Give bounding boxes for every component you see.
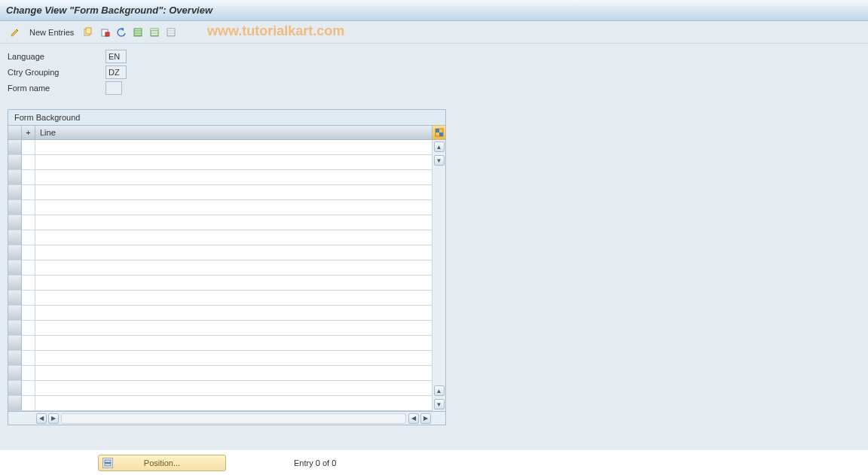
- row-selector[interactable]: [8, 245, 22, 260]
- table-row[interactable]: [8, 170, 432, 185]
- delete-icon[interactable]: [97, 25, 112, 40]
- cell-plus[interactable]: [22, 381, 35, 395]
- cell-line[interactable]: [35, 185, 432, 199]
- row-selector[interactable]: [8, 155, 22, 169]
- table-row[interactable]: [8, 185, 432, 200]
- cell-plus[interactable]: [22, 351, 35, 365]
- scroll-down-icon-2[interactable]: ▼: [434, 399, 445, 410]
- cell-plus[interactable]: [22, 291, 35, 305]
- table-row[interactable]: [8, 351, 432, 366]
- ctry-grouping-input[interactable]: [105, 65, 127, 79]
- table-row[interactable]: [8, 230, 432, 245]
- scroll-right-icon-2[interactable]: ▶: [420, 413, 431, 424]
- cell-plus[interactable]: [22, 260, 35, 275]
- table-row[interactable]: [8, 336, 432, 351]
- toggle-display-change-icon[interactable]: [8, 25, 23, 40]
- cell-line[interactable]: [35, 200, 432, 215]
- cell-plus[interactable]: [22, 396, 35, 410]
- row-selector[interactable]: [8, 170, 22, 184]
- column-header-line[interactable]: Line: [35, 126, 432, 139]
- cell-line[interactable]: [35, 155, 432, 169]
- cell-line[interactable]: [35, 291, 432, 305]
- row-selector[interactable]: [8, 140, 22, 154]
- form-name-input[interactable]: [105, 81, 122, 95]
- cell-line[interactable]: [35, 306, 432, 320]
- row-selector[interactable]: [8, 200, 22, 215]
- cell-plus[interactable]: [22, 200, 35, 215]
- table-row[interactable]: [8, 366, 432, 381]
- cell-line[interactable]: [35, 351, 432, 365]
- table-row[interactable]: [8, 321, 432, 336]
- horizontal-scrollbar[interactable]: ◀ ▶ ◀ ▶: [8, 411, 445, 425]
- cell-line[interactable]: [35, 170, 432, 184]
- table-row[interactable]: [8, 276, 432, 291]
- row-selector[interactable]: [8, 230, 22, 245]
- row-selector[interactable]: [8, 260, 22, 275]
- cell-plus[interactable]: [22, 215, 35, 230]
- cell-plus[interactable]: [22, 336, 35, 350]
- row-selector[interactable]: [8, 291, 22, 305]
- table-settings-icon[interactable]: [432, 126, 445, 139]
- row-selector[interactable]: [8, 381, 22, 395]
- cell-line[interactable]: [35, 276, 432, 290]
- cell-plus[interactable]: [22, 140, 35, 154]
- vertical-scrollbar[interactable]: ▲ ▼ ▲ ▼: [432, 140, 445, 411]
- scroll-left-icon-2[interactable]: ◀: [408, 413, 419, 424]
- table-row[interactable]: [8, 260, 432, 276]
- select-all-icon[interactable]: [130, 25, 145, 40]
- cell-plus[interactable]: [22, 366, 35, 380]
- row-selector[interactable]: [8, 336, 22, 350]
- row-selector[interactable]: [8, 276, 22, 290]
- cell-line[interactable]: [35, 366, 432, 380]
- table-row[interactable]: [8, 396, 432, 411]
- select-block-icon[interactable]: [147, 25, 162, 40]
- hscroll-track[interactable]: [61, 413, 406, 424]
- cell-plus[interactable]: [22, 276, 35, 290]
- column-header-plus[interactable]: +: [22, 126, 35, 139]
- deselect-all-icon[interactable]: [164, 25, 179, 40]
- table-row[interactable]: [8, 200, 432, 215]
- cell-line[interactable]: [35, 381, 432, 395]
- cell-line[interactable]: [35, 230, 432, 245]
- table-row[interactable]: [8, 306, 432, 321]
- cell-plus[interactable]: [22, 245, 35, 260]
- language-input[interactable]: [105, 50, 127, 63]
- position-button[interactable]: Position...: [98, 455, 226, 471]
- cell-plus[interactable]: [22, 185, 35, 199]
- undo-change-icon[interactable]: [114, 25, 129, 40]
- scroll-up-icon[interactable]: ▲: [434, 142, 445, 152]
- cell-plus[interactable]: [22, 155, 35, 169]
- cell-plus[interactable]: [22, 170, 35, 184]
- table-row[interactable]: [8, 155, 432, 170]
- row-selector[interactable]: [8, 366, 22, 380]
- scroll-up-icon-2[interactable]: ▲: [434, 385, 445, 396]
- row-selector[interactable]: [8, 321, 22, 335]
- new-entries-button[interactable]: New Entries: [24, 25, 79, 40]
- cell-line[interactable]: [35, 336, 432, 350]
- copy-as-icon[interactable]: [81, 25, 96, 40]
- scroll-down-icon[interactable]: ▼: [434, 155, 445, 166]
- table-row[interactable]: [8, 381, 432, 396]
- row-selector[interactable]: [8, 215, 22, 230]
- svg-rect-1: [86, 28, 91, 34]
- cell-line[interactable]: [35, 260, 432, 275]
- cell-line[interactable]: [35, 396, 432, 410]
- cell-line[interactable]: [35, 245, 432, 260]
- cell-plus[interactable]: [22, 230, 35, 245]
- column-header-selector[interactable]: [8, 126, 22, 139]
- scroll-left-icon[interactable]: ◀: [36, 413, 47, 424]
- scroll-right-icon[interactable]: ▶: [48, 413, 59, 424]
- row-selector[interactable]: [8, 396, 22, 410]
- row-selector[interactable]: [8, 306, 22, 320]
- row-selector[interactable]: [8, 351, 22, 365]
- cell-line[interactable]: [35, 215, 432, 230]
- cell-line[interactable]: [35, 140, 432, 154]
- cell-line[interactable]: [35, 321, 432, 335]
- table-row[interactable]: [8, 291, 432, 306]
- row-selector[interactable]: [8, 185, 22, 199]
- cell-plus[interactable]: [22, 306, 35, 320]
- table-row[interactable]: [8, 215, 432, 230]
- table-row[interactable]: [8, 140, 432, 155]
- table-row[interactable]: [8, 245, 432, 260]
- cell-plus[interactable]: [22, 321, 35, 335]
